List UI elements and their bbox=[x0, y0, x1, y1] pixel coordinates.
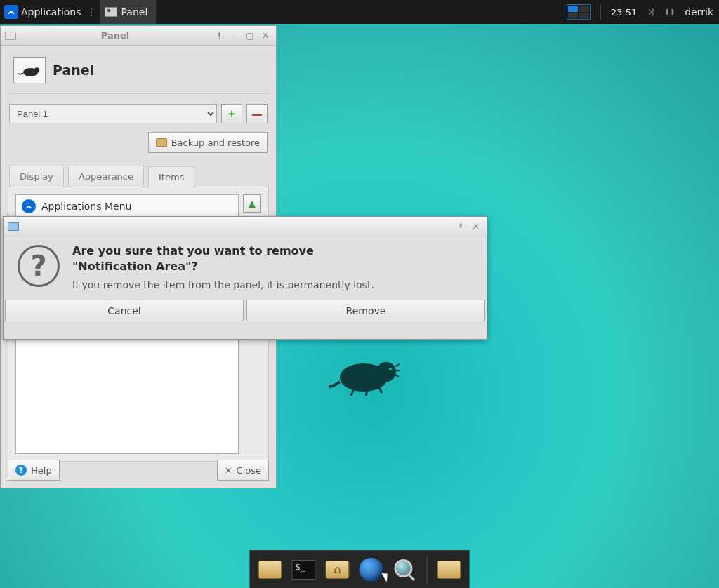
panelprefs-header: Panel bbox=[8, 46, 269, 94]
svg-point-1 bbox=[34, 67, 40, 73]
dialog-titlebar[interactable]: ↟ ✕ bbox=[4, 217, 487, 236]
xfce-logo-icon bbox=[4, 5, 18, 19]
dock-search[interactable] bbox=[390, 555, 420, 584]
svg-point-3 bbox=[376, 362, 396, 382]
question-icon: ? bbox=[18, 245, 60, 287]
svg-point-4 bbox=[389, 368, 392, 370]
window-close-icon[interactable]: ✕ bbox=[259, 30, 272, 41]
tabs: Display Appearance Items bbox=[8, 161, 269, 187]
confirm-remove-dialog: ↟ ✕ ? Are you sure that you want to remo… bbox=[3, 216, 487, 340]
clock[interactable]: 23:51 bbox=[605, 7, 642, 18]
taskbar-item-label: Panel bbox=[121, 6, 148, 18]
list-item-label: Applications Menu bbox=[41, 201, 131, 212]
wallpaper-mouse-icon bbox=[329, 351, 406, 403]
panel-logo-icon bbox=[13, 57, 46, 83]
minus-icon: — bbox=[251, 107, 263, 121]
folder-icon bbox=[156, 138, 167, 147]
xfce-logo-icon bbox=[22, 199, 36, 213]
close-icon: ✕ bbox=[225, 465, 232, 476]
user-menu-button[interactable]: derrik bbox=[679, 6, 719, 18]
separator-icon: ⋮ bbox=[86, 6, 98, 18]
dialog-heading: Are you sure that you want to remove "No… bbox=[72, 243, 374, 274]
window-title: Panel bbox=[20, 30, 210, 41]
dialog-message: If you remove the item from the panel, i… bbox=[72, 279, 374, 290]
cancel-button[interactable]: Cancel bbox=[5, 300, 244, 321]
panelprefs-heading: Panel bbox=[53, 62, 94, 78]
panelprefs-titlebar[interactable]: Panel ↟ — ▢ ✕ bbox=[1, 26, 276, 46]
move-item-up-button[interactable]: ▲ bbox=[243, 194, 261, 213]
tab-items[interactable]: Items bbox=[148, 166, 194, 187]
window-icon bbox=[105, 7, 117, 17]
bottom-dock: $_ bbox=[250, 550, 470, 588]
help-button[interactable]: ? Help bbox=[8, 460, 60, 481]
help-icon: ? bbox=[15, 465, 27, 476]
window-close-icon[interactable]: ✕ bbox=[470, 221, 482, 232]
arrow-up-icon: ▲ bbox=[249, 198, 256, 209]
close-label: Close bbox=[237, 465, 261, 476]
add-panel-button[interactable]: ＋ bbox=[221, 104, 242, 123]
window-stick-icon[interactable]: ↟ bbox=[454, 221, 467, 232]
network-icon[interactable] bbox=[664, 6, 675, 18]
window-maximize-icon[interactable]: ▢ bbox=[244, 30, 256, 41]
workspace-switcher[interactable] bbox=[567, 4, 591, 20]
globe-icon bbox=[360, 558, 383, 582]
plus-icon: ＋ bbox=[226, 107, 237, 121]
applications-menu-button[interactable]: Applications bbox=[0, 0, 86, 24]
remove-button[interactable]: Remove bbox=[246, 300, 485, 321]
tray-separator bbox=[600, 4, 601, 20]
bluetooth-icon[interactable] bbox=[646, 6, 657, 18]
window-stick-icon[interactable]: ↟ bbox=[213, 30, 225, 41]
magnifier-icon bbox=[395, 559, 416, 580]
dock-file-manager[interactable] bbox=[256, 555, 285, 584]
help-label: Help bbox=[31, 465, 52, 476]
dock-folder[interactable] bbox=[435, 555, 464, 584]
window-icon bbox=[5, 32, 16, 40]
remove-panel-button[interactable]: — bbox=[246, 104, 268, 123]
dock-home-folder[interactable] bbox=[323, 555, 352, 584]
dock-terminal[interactable]: $_ bbox=[289, 555, 319, 584]
list-item[interactable]: Applications Menu bbox=[16, 195, 238, 218]
panel-selector[interactable]: Panel 1 bbox=[9, 104, 217, 123]
backup-restore-button[interactable]: Backup and restore bbox=[148, 132, 268, 153]
dock-web-browser[interactable] bbox=[357, 555, 386, 584]
taskbar-item-panel[interactable]: Panel bbox=[100, 0, 157, 24]
tab-appearance[interactable]: Appearance bbox=[68, 166, 144, 187]
top-panel: Applications ⋮ Panel 23:51 derrik bbox=[0, 0, 719, 24]
tab-display[interactable]: Display bbox=[9, 166, 64, 187]
applications-menu-label: Applications bbox=[21, 6, 81, 18]
window-minimize-icon[interactable]: — bbox=[228, 30, 241, 41]
window-icon bbox=[8, 222, 19, 231]
close-button[interactable]: ✕ Close bbox=[217, 460, 269, 481]
backup-restore-label: Backup and restore bbox=[171, 138, 260, 148]
dock-separator bbox=[427, 556, 428, 584]
